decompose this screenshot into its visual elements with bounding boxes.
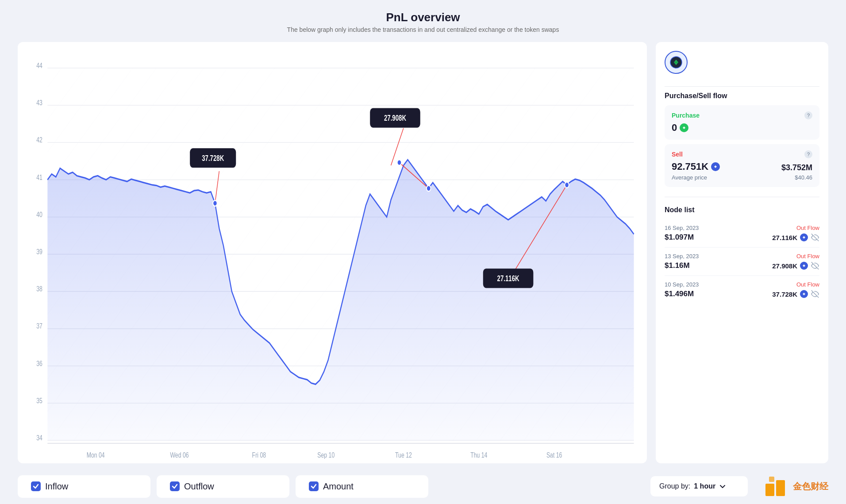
svg-text:35: 35 bbox=[36, 397, 42, 405]
svg-rect-50 bbox=[765, 484, 774, 496]
purchase-value-row: 0 bbox=[672, 122, 812, 134]
purchase-card-header: Purchase ? bbox=[672, 111, 812, 119]
right-panel: Purchase/Sell flow Purchase ? 0 bbox=[656, 42, 828, 463]
node-token-1: 27.908K bbox=[772, 262, 797, 270]
sell-token-value: 92.751K bbox=[672, 161, 708, 172]
purchase-help-icon[interactable]: ? bbox=[804, 111, 812, 119]
brand-text: 金色财经 bbox=[793, 481, 828, 493]
page-subtitle: The below graph only includes the transa… bbox=[18, 26, 828, 33]
svg-text:44: 44 bbox=[36, 61, 42, 69]
node-eye-0[interactable] bbox=[811, 233, 819, 242]
sell-token-row: 92.751K bbox=[672, 161, 720, 172]
amount-checkbox[interactable] bbox=[309, 481, 319, 491]
svg-text:Thu 14: Thu 14 bbox=[470, 451, 487, 459]
node-token-2: 37.728K bbox=[772, 290, 797, 298]
svg-text:37: 37 bbox=[36, 322, 42, 330]
node-list-title: Node list bbox=[665, 206, 819, 214]
svg-text:42: 42 bbox=[36, 136, 42, 144]
group-by-value: 1 hour bbox=[694, 482, 715, 490]
node-token-badge-0 bbox=[800, 233, 808, 241]
svg-text:Fri 08: Fri 08 bbox=[252, 451, 266, 459]
divider-top bbox=[665, 86, 819, 87]
svg-text:34: 34 bbox=[36, 434, 42, 442]
svg-rect-51 bbox=[776, 480, 785, 496]
node-list-section: Node list 16 Sep, 2023 Out Flow $1.097M … bbox=[665, 206, 819, 304]
purchase-sell-section: Purchase/Sell flow Purchase ? 0 bbox=[665, 92, 819, 191]
svg-text:41: 41 bbox=[36, 173, 42, 181]
node-date-1: 13 Sep, 2023 bbox=[665, 253, 699, 260]
sell-usd-value: $3.752M bbox=[781, 163, 812, 172]
group-by-prefix: Group by: bbox=[659, 482, 690, 490]
page-header: PnL overview The below graph only includ… bbox=[18, 11, 828, 33]
chevron-down-icon bbox=[719, 483, 726, 490]
sell-token-badge bbox=[711, 162, 720, 171]
node-amount-0: $1.097M bbox=[665, 233, 694, 242]
purchase-sell-title: Purchase/Sell flow bbox=[665, 92, 819, 100]
svg-point-31 bbox=[565, 182, 569, 188]
avg-price-row: Average price $40.46 bbox=[672, 174, 812, 181]
sell-card: Sell ? 92.751K $3.752M Average pr bbox=[665, 144, 819, 187]
purchase-label: Purchase bbox=[672, 112, 700, 119]
page-title: PnL overview bbox=[18, 11, 828, 24]
svg-text:40: 40 bbox=[36, 210, 42, 218]
svg-text:Sat 16: Sat 16 bbox=[546, 451, 562, 459]
svg-text:Sep 10: Sep 10 bbox=[317, 451, 335, 459]
bottom-bar: Inflow Outflow Amount Group by: 1 hour bbox=[18, 469, 828, 504]
svg-text:Wed 06: Wed 06 bbox=[170, 451, 188, 459]
avg-price-label: Average price bbox=[672, 174, 707, 181]
node-flow-0: Out Flow bbox=[796, 225, 819, 231]
node-date-2: 10 Sep, 2023 bbox=[665, 281, 699, 288]
avg-price-value: $40.46 bbox=[795, 174, 812, 181]
svg-text:37.728K: 37.728K bbox=[202, 154, 224, 162]
node-amount-2: $1.496M bbox=[665, 290, 694, 298]
svg-text:43: 43 bbox=[36, 99, 42, 107]
node-token-badge-2 bbox=[800, 290, 808, 298]
sell-help-icon[interactable]: ? bbox=[804, 150, 812, 158]
node-eye-1[interactable] bbox=[811, 261, 819, 270]
chart-wrapper: 44 43 42 41 40 39 38 37 36 35 34 bbox=[27, 51, 638, 463]
pnl-chart: 44 43 42 41 40 39 38 37 36 35 34 bbox=[27, 51, 638, 463]
purchase-token-badge bbox=[680, 123, 688, 132]
sell-label: Sell bbox=[672, 151, 683, 158]
brand-logo-icon bbox=[765, 477, 788, 496]
node-flow-1: Out Flow bbox=[796, 253, 819, 260]
svg-text:Mon 04: Mon 04 bbox=[87, 451, 105, 459]
node-flow-2: Out Flow bbox=[796, 281, 819, 288]
outflow-checkbox[interactable] bbox=[170, 481, 180, 491]
node-eye-2[interactable] bbox=[811, 290, 819, 298]
node-amount-1: $1.16M bbox=[665, 261, 690, 270]
svg-text:39: 39 bbox=[36, 248, 42, 256]
svg-text:Tue 12: Tue 12 bbox=[395, 451, 412, 459]
svg-text:38: 38 bbox=[36, 285, 42, 293]
sell-card-header: Sell ? bbox=[672, 150, 812, 158]
branding: 金色财经 bbox=[765, 477, 828, 496]
svg-rect-52 bbox=[769, 477, 774, 482]
inflow-checkbox[interactable] bbox=[31, 481, 41, 491]
svg-point-30 bbox=[427, 186, 431, 191]
svg-point-29 bbox=[397, 160, 401, 165]
group-by-selector[interactable]: Group by: 1 hour bbox=[650, 476, 748, 496]
token-icon bbox=[665, 51, 688, 74]
node-item-2: 10 Sep, 2023 Out Flow $1.496M 37.728K bbox=[665, 276, 819, 304]
svg-point-28 bbox=[213, 200, 217, 206]
sell-value-row: 92.751K $3.752M bbox=[672, 161, 812, 172]
svg-text:36: 36 bbox=[36, 359, 42, 367]
outflow-label: Outflow bbox=[184, 481, 214, 492]
node-date-0: 16 Sep, 2023 bbox=[665, 225, 699, 231]
node-token-0: 27.116K bbox=[772, 234, 797, 241]
legend-outflow[interactable]: Outflow bbox=[157, 475, 289, 498]
legend-inflow[interactable]: Inflow bbox=[18, 475, 150, 498]
svg-text:27.908K: 27.908K bbox=[384, 114, 407, 122]
node-token-badge-1 bbox=[800, 262, 808, 270]
purchase-card: Purchase ? 0 bbox=[665, 105, 819, 140]
svg-text:27.116K: 27.116K bbox=[497, 274, 520, 283]
purchase-value: 0 bbox=[672, 122, 677, 134]
divider-mid bbox=[665, 197, 819, 197]
inflow-label: Inflow bbox=[45, 481, 68, 492]
legend-amount[interactable]: Amount bbox=[296, 475, 428, 498]
node-item-1: 13 Sep, 2023 Out Flow $1.16M 27.908K bbox=[665, 248, 819, 276]
chart-container: 44 43 42 41 40 39 38 37 36 35 34 bbox=[18, 42, 647, 463]
node-item-0: 16 Sep, 2023 Out Flow $1.097M 27.116K bbox=[665, 219, 819, 248]
amount-label: Amount bbox=[323, 481, 354, 492]
